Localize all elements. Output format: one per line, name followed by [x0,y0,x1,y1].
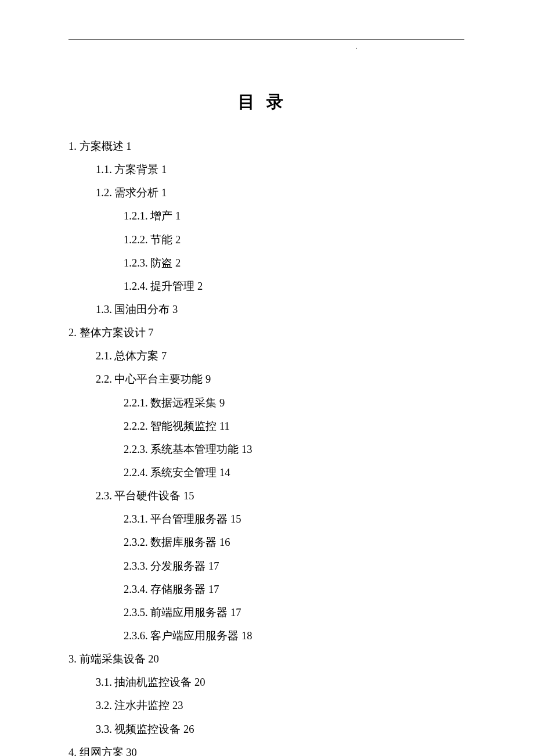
toc-entry: 2.3.3. 分发服务器 17 [124,555,464,578]
toc-entry: 1. 方案概述 1 [68,135,464,158]
toc-title: 目录 [68,91,464,114]
toc-entry: 2.2. 中心平台主要功能 9 [96,368,464,391]
toc-entry: 1.2. 需求分析 1 [96,181,464,204]
toc-entry: 3.3. 视频监控设备 26 [96,718,464,741]
toc-entry: 3. 前端采集设备 20 [68,647,464,671]
toc-entry: 2.3.4. 存储服务器 17 [124,578,464,601]
toc-entry: 1.1. 方案背景 1 [96,158,464,181]
toc-entry: 2.3.5. 前端应用服务器 17 [124,601,464,624]
toc-entry: 2.2.4. 系统安全管理 14 [124,461,464,484]
toc-entry: 1.2.4. 提升管理 2 [124,275,464,298]
toc-entry: 2. 整体方案设计 7 [68,321,464,344]
toc-entry: 1.2.3. 防盗 2 [124,251,464,275]
toc-entry: 4. 组网方案 30 [68,741,464,756]
header-dot: . [68,44,464,50]
toc-entry: 2.2.1. 数据远程采集 9 [124,391,464,415]
toc-entry: 1.3. 国油田分布 3 [96,298,464,321]
toc-list: 1. 方案概述 11.1. 方案背景 11.2. 需求分析 11.2.1. 增产… [68,135,464,756]
toc-entry: 2.2.3. 系统基本管理功能 13 [124,438,464,461]
toc-entry: 2.2.2. 智能视频监控 11 [124,415,464,438]
toc-entry: 1.2.1. 增产 1 [124,204,464,228]
header-rule [68,39,464,40]
toc-entry: 2.3.1. 平台管理服务器 15 [124,507,464,531]
toc-entry: 2.3. 平台硬件设备 15 [96,484,464,507]
toc-entry: 2.1. 总体方案 7 [96,344,464,368]
toc-entry: 3.1. 抽油机监控设备 20 [96,671,464,694]
document-page: . 目录 1. 方案概述 11.1. 方案背景 11.2. 需求分析 11.2.… [0,0,534,756]
toc-entry: 2.3.2. 数据库服务器 16 [124,531,464,554]
toc-entry: 1.2.2. 节能 2 [124,228,464,251]
toc-entry: 3.2. 注水井监控 23 [96,694,464,717]
toc-entry: 2.3.6. 客户端应用服务器 18 [124,624,464,647]
